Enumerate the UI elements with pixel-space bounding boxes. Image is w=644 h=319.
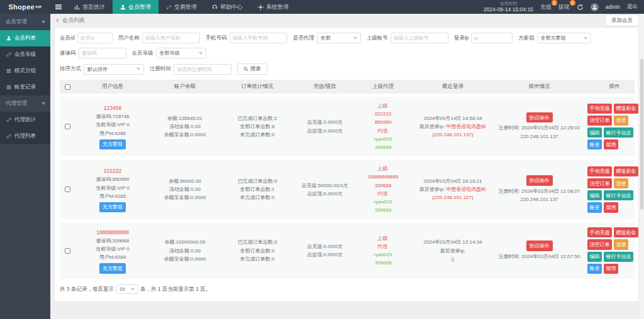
row-checkbox[interactable]	[65, 124, 70, 129]
register-time: 注册时间: 2024年03月04日 12:25:02	[496, 124, 582, 132]
plan-group-badge[interactable]: 无方案组	[99, 139, 126, 149]
invite-code: 邀请码:850950	[77, 175, 148, 183]
action-disable-button[interactable]: 禁用	[604, 264, 618, 274]
balance-frozen: 冻结金额:0.00	[152, 247, 218, 255]
member-level-select[interactable]: 全部等级	[156, 48, 206, 58]
nav-member-manage[interactable]: 会员管理	[113, 0, 158, 14]
plan-group-badge[interactable]: 无方案组	[99, 263, 126, 273]
sidebar-item-mode-group[interactable]: 模式分组	[0, 63, 50, 79]
recharge-link[interactable]: 充值 1	[540, 3, 552, 11]
parent-agent-cell: 上级: 222222 850950 代理: ryan029 339668	[355, 102, 411, 151]
agent-name[interactable]: ryan029	[357, 198, 409, 206]
action-gift-bonus-button[interactable]: 赠送彩金	[614, 104, 638, 114]
sort-select[interactable]: 默认排序	[84, 64, 144, 75]
action-edit-button[interactable]: 编辑	[587, 190, 602, 200]
action-bank-card-info-button[interactable]: 银行卡信息	[604, 190, 633, 200]
sup-label: 上级:	[357, 165, 409, 173]
orders-completed: 已完成订单总数:0	[221, 177, 293, 185]
nav-help-center[interactable]: 帮助中心	[204, 0, 250, 14]
actions-cell: 手动充值赠送彩金清空订单强登编辑银行卡信息账变禁用	[584, 166, 644, 213]
select-value: 全部	[321, 35, 331, 41]
action-clear-orders-button[interactable]: 清空订单	[587, 178, 612, 188]
sidebar-item-member-level[interactable]: 会员等级	[0, 46, 50, 63]
filter-plan-group: 方案组 全部方案组	[518, 33, 591, 43]
phone-input[interactable]	[230, 33, 287, 43]
scrollbar[interactable]	[638, 14, 644, 319]
sup-account[interactable]: 18888888888	[357, 173, 409, 181]
add-member-button[interactable]: 添加会员	[605, 14, 639, 26]
action-disable-button[interactable]: 禁用	[604, 139, 618, 149]
nav-trade-manage[interactable]: 交易管理	[158, 0, 204, 14]
chevron-down-icon	[42, 102, 45, 105]
sidebar-group-agent[interactable]: 代理管理	[0, 95, 50, 112]
action-account-change-button[interactable]: 账变	[587, 264, 602, 274]
refresh-icon[interactable]	[577, 4, 584, 11]
sidebar-item-account-records[interactable]: 账变记录	[0, 79, 50, 95]
action-bank-card-info-button[interactable]: 银行卡信息	[604, 127, 633, 138]
plan-group-badge[interactable]: 无方案组	[99, 202, 126, 212]
row-checkbox[interactable]	[65, 248, 70, 254]
action-edit-button[interactable]: 编辑	[587, 252, 602, 262]
action-manual-recharge-button[interactable]: 手动充值	[587, 166, 612, 176]
header-operation-info: 操作情况	[494, 83, 584, 90]
last-login-cell: 2024年03月04日 16:16:21 最后登录ip: 中国香港电讯盈科 (2…	[411, 177, 494, 202]
operation-badge[interactable]: 协议操作	[526, 175, 553, 185]
scrollbar-thumb[interactable]	[640, 59, 643, 210]
member-id-input[interactable]	[77, 33, 113, 43]
sup-code: 850950	[357, 118, 409, 126]
sidebar-item-label: 模式分组	[14, 67, 36, 75]
operation-badge[interactable]: 协议操作	[526, 112, 553, 122]
parent-account-input[interactable]	[391, 33, 448, 43]
logout-link[interactable]: 退出	[627, 3, 638, 11]
table-row: 18888888888 邀请码:339668 当前等级:VIP 0 用户id:4…	[60, 222, 635, 279]
action-gift-bonus-button[interactable]: 赠送彩金	[614, 166, 638, 176]
agent-name[interactable]: ryan029	[357, 251, 409, 259]
withdraw-badge: 1	[570, 0, 575, 6]
login-ip-input[interactable]	[471, 33, 513, 43]
action-force-login-button[interactable]: 强登	[614, 178, 628, 188]
sidebar-group-member[interactable]: 会员管理	[0, 14, 50, 30]
action-force-login-button[interactable]: 强登	[614, 239, 628, 249]
action-edit-button[interactable]: 编辑	[587, 127, 602, 138]
user-icon	[6, 36, 11, 41]
nav-system-manage[interactable]: 系统管理	[250, 0, 296, 14]
action-account-change-button[interactable]: 账变	[587, 139, 602, 149]
select-all-checkbox[interactable]	[65, 84, 70, 90]
row-checkbox[interactable]	[65, 187, 70, 192]
action-disable-button[interactable]: 禁用	[604, 202, 618, 212]
avatar[interactable]	[591, 3, 599, 11]
ip-label: 最后登录ip:	[419, 187, 447, 192]
is-agent-select[interactable]: 全部	[317, 33, 361, 43]
search-button[interactable]: 搜索	[237, 63, 267, 75]
operation-badge[interactable]: 协议操作	[526, 241, 553, 251]
action-manual-recharge-button[interactable]: 手动充值	[587, 104, 612, 114]
account-link[interactable]: 123456	[104, 104, 121, 112]
member-level: 当前等级:VIP 0	[77, 245, 148, 253]
chevron-left-icon[interactable]	[55, 18, 60, 23]
plan-group-select[interactable]: 全部方案组	[537, 33, 591, 43]
per-page-select[interactable]: 20	[116, 284, 138, 294]
nav-home-stats[interactable]: 首页统计	[67, 0, 113, 14]
parent-agent-cell: 上级: 代理: ryan029 339668	[355, 234, 411, 268]
action-clear-orders-button[interactable]: 清空订单	[587, 239, 612, 249]
action-account-change-button[interactable]: 账变	[587, 202, 602, 212]
action-bank-card-info-button[interactable]: 银行卡信息	[604, 252, 633, 262]
withdraw-link[interactable]: 提现 1	[558, 3, 570, 11]
sidebar-item-agent-list[interactable]: 代理列表	[0, 128, 50, 144]
account-link[interactable]: 222222	[104, 166, 121, 175]
orders-total: 全部订单总数:1	[221, 185, 293, 193]
action-manual-recharge-button[interactable]: 手动充值	[587, 227, 612, 237]
menu-toggle-icon[interactable]	[50, 0, 67, 14]
username-input[interactable]	[142, 33, 200, 43]
account-link[interactable]: 18888888888	[96, 228, 129, 237]
reg-time-input[interactable]	[174, 64, 231, 75]
sidebar-item-member-list[interactable]: 会员列表	[0, 30, 50, 46]
agent-name[interactable]: ryan029	[357, 135, 409, 143]
action-force-login-button[interactable]: 强登	[614, 116, 628, 126]
invite-code-input[interactable]	[79, 48, 126, 58]
action-clear-orders-button[interactable]: 清空订单	[587, 116, 612, 126]
sup-account[interactable]: 222222	[357, 110, 409, 118]
action-gift-bonus-button[interactable]: 赠送彩金	[614, 227, 638, 237]
filter-member-id: 会员id	[60, 33, 113, 43]
sidebar-item-agent-stats[interactable]: 代理统计	[0, 112, 50, 128]
